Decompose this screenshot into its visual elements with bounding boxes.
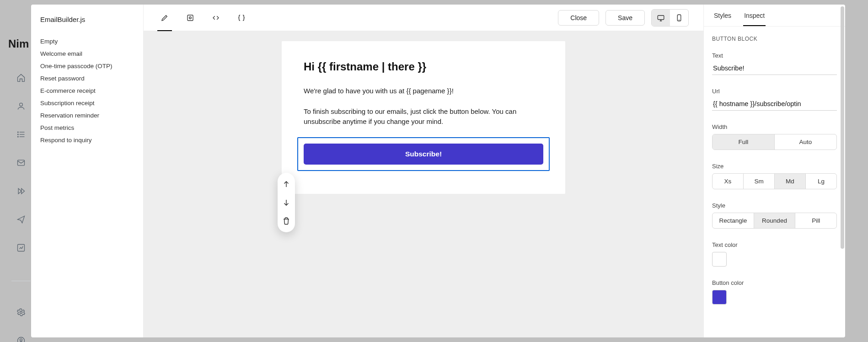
field-text-color: Text color	[712, 241, 837, 267]
email-builder-modal: EmailBuilder.js Empty Welcome email One-…	[31, 5, 845, 337]
style-segment: Rectangle Rounded Pill	[712, 213, 837, 229]
url-input[interactable]	[712, 98, 837, 111]
svg-rect-7	[18, 160, 25, 166]
template-list: Empty Welcome email One-time passcode (O…	[40, 35, 134, 146]
svg-point-5	[18, 134, 19, 135]
width-option-auto[interactable]: Auto	[775, 134, 836, 150]
canvas[interactable]: Hi {{ firstname | there }} We're glad to…	[144, 31, 703, 337]
template-item[interactable]: Subscription receipt	[40, 97, 134, 109]
user-icon[interactable]	[16, 102, 26, 112]
delete-icon[interactable]	[280, 215, 292, 227]
svg-marker-8	[18, 188, 21, 194]
template-item[interactable]: Empty	[40, 35, 134, 48]
width-segment: Full Auto	[712, 134, 837, 150]
block-float-toolbar	[278, 173, 295, 232]
editor-toolbar: Close Save	[144, 5, 703, 31]
save-button[interactable]: Save	[605, 10, 645, 26]
field-button-color: Button color	[712, 279, 837, 305]
template-sidebar: EmailBuilder.js Empty Welcome email One-…	[31, 5, 144, 337]
svg-rect-17	[658, 15, 664, 19]
field-text: Text	[712, 52, 837, 75]
edit-mode-icon[interactable]	[158, 11, 171, 25]
move-down-icon[interactable]	[280, 197, 292, 208]
mail-icon[interactable]	[16, 158, 26, 169]
stats-icon[interactable]	[16, 243, 26, 254]
text-input[interactable]	[712, 63, 837, 75]
svg-point-4	[18, 132, 19, 133]
device-toggle	[651, 9, 689, 27]
inspector-panel: Styles Inspect BUTTON BLOCK Text Url Wid…	[703, 5, 845, 337]
text-color-swatch[interactable]	[712, 252, 727, 267]
field-style: Style Rectangle Rounded Pill	[712, 202, 837, 229]
svg-point-11	[20, 311, 22, 314]
email-paragraph[interactable]: To finish subscribing to our emails, jus…	[304, 107, 543, 127]
send-icon[interactable]	[16, 215, 26, 226]
json-mode-icon[interactable]	[235, 11, 248, 25]
field-label: Text	[712, 52, 837, 59]
selected-block-outline[interactable]: Subscribe!	[297, 137, 550, 171]
desktop-view-icon[interactable]	[652, 10, 670, 26]
svg-rect-15	[188, 15, 193, 21]
field-label: Size	[712, 163, 837, 170]
mobile-view-icon[interactable]	[670, 10, 688, 26]
tab-inspect[interactable]: Inspect	[744, 12, 765, 19]
field-size: Size Xs Sm Md Lg	[712, 163, 837, 189]
width-option-full[interactable]: Full	[713, 134, 775, 150]
close-button[interactable]: Close	[558, 10, 599, 26]
background-app-shell: Nim	[8, 37, 34, 342]
subscribe-button[interactable]: Subscribe!	[304, 144, 543, 165]
svg-point-16	[189, 16, 192, 19]
template-item[interactable]: Welcome email	[40, 48, 134, 60]
nav-divider	[11, 281, 31, 281]
field-label: Width	[712, 123, 837, 130]
field-label: Button color	[712, 279, 837, 286]
field-url: Url	[712, 88, 837, 111]
template-item[interactable]: One-time passcode (OTP)	[40, 60, 134, 72]
home-icon[interactable]	[16, 73, 26, 84]
size-segment: Xs Sm Md Lg	[712, 173, 837, 189]
size-option-sm[interactable]: Sm	[744, 174, 775, 189]
template-item[interactable]: E-commerce receipt	[40, 85, 134, 97]
background-nav	[8, 73, 34, 342]
svg-point-13	[20, 339, 22, 341]
preview-mode-icon[interactable]	[184, 11, 197, 25]
email-preview[interactable]: Hi {{ firstname | there }} We're glad to…	[282, 41, 565, 194]
inspector-tabs: Styles Inspect	[704, 5, 845, 27]
email-heading[interactable]: Hi {{ firstname | there }}	[304, 60, 543, 73]
move-up-icon[interactable]	[280, 178, 292, 190]
scrollbar[interactable]	[841, 6, 844, 249]
template-item[interactable]: Respond to inquiry	[40, 134, 134, 146]
inspector-body: BUTTON BLOCK Text Url Width Full Auto Si…	[704, 27, 845, 337]
sidebar-title: EmailBuilder.js	[40, 16, 134, 23]
list-icon[interactable]	[16, 130, 26, 141]
settings-icon[interactable]	[16, 308, 26, 319]
size-option-lg[interactable]: Lg	[806, 174, 836, 189]
field-label: Style	[712, 202, 837, 209]
button-color-swatch[interactable]	[712, 290, 727, 305]
size-option-xs[interactable]: Xs	[713, 174, 744, 189]
editor-center: Close Save Hi {{ firstname | there }} We…	[144, 5, 703, 337]
size-option-md[interactable]: Md	[775, 174, 806, 189]
field-label: Url	[712, 88, 837, 95]
account-icon[interactable]	[16, 336, 26, 342]
inspector-section-title: BUTTON BLOCK	[712, 36, 837, 42]
style-option-rounded[interactable]: Rounded	[754, 213, 796, 228]
email-paragraph[interactable]: We're glad to have you with us at {{ pag…	[304, 86, 543, 96]
forward-icon[interactable]	[16, 187, 26, 198]
style-option-pill[interactable]: Pill	[795, 213, 836, 228]
svg-point-6	[18, 136, 19, 137]
field-width: Width Full Auto	[712, 123, 837, 150]
svg-point-0	[20, 103, 23, 106]
template-item[interactable]: Reset password	[40, 72, 134, 85]
field-label: Text color	[712, 241, 837, 248]
html-mode-icon[interactable]	[209, 11, 222, 25]
template-item[interactable]: Post metrics	[40, 122, 134, 134]
tab-styles[interactable]: Styles	[714, 12, 731, 19]
template-item[interactable]: Reservation reminder	[40, 109, 134, 122]
style-option-rectangle[interactable]: Rectangle	[713, 213, 754, 228]
brand-logo: Nim	[8, 37, 34, 50]
